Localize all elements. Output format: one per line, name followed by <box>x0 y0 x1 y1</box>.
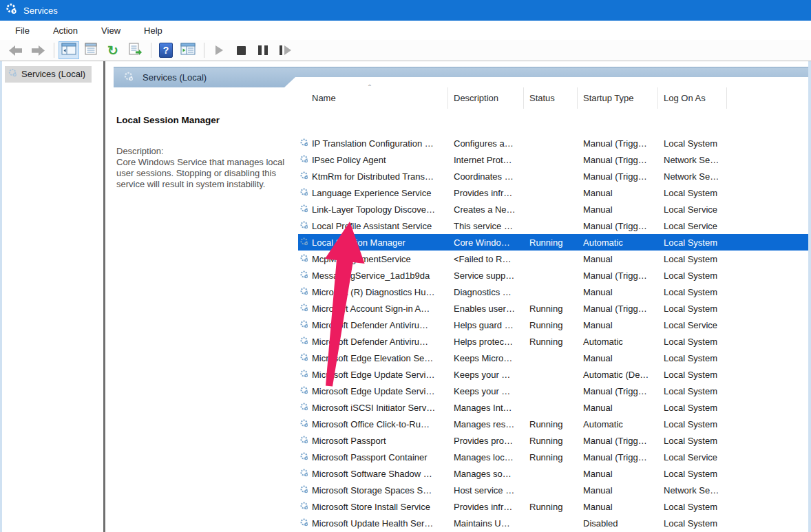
service-row[interactable]: Local Session Manager Core Windo… Runnin… <box>298 234 808 251</box>
service-log-on-as-cell: Local System <box>658 188 727 198</box>
service-row[interactable]: Microsoft Defender Antiviru… Helps guard… <box>298 317 808 333</box>
show-action-pane-button[interactable] <box>178 41 198 59</box>
forward-arrow-icon <box>31 45 45 56</box>
show-console-tree-button[interactable] <box>59 41 79 59</box>
column-header-startup-type[interactable]: Startup Type <box>578 87 658 109</box>
service-name-cell: Microsoft Edge Elevation Se… <box>312 353 433 363</box>
toolbar-separator <box>151 43 151 58</box>
services-gear-icon <box>6 3 18 18</box>
service-gear-icon <box>299 451 309 463</box>
service-status-cell: Running <box>524 237 578 248</box>
service-row[interactable]: Language Experience Service Provides inf… <box>298 184 808 201</box>
refresh-button[interactable]: ↻ <box>103 41 123 59</box>
service-name-cell: Microsoft Software Shadow … <box>312 469 432 479</box>
service-startup-type-cell: Manual <box>578 485 658 496</box>
service-row[interactable]: Microsoft Defender Antiviru… Helps prote… <box>298 333 808 350</box>
service-row[interactable]: Microsoft Store Install Service Provides… <box>298 498 808 515</box>
services-list: IP Translation Configuration … Configure… <box>298 135 808 532</box>
service-row[interactable]: Microsoft (R) Diagnostics Hu… Diagnostic… <box>298 284 808 300</box>
description-text: Core Windows Service that manages local … <box>116 157 284 189</box>
service-row[interactable]: Microsoft Edge Update Servi… Keeps your … <box>298 366 808 383</box>
service-row[interactable]: IPsec Policy Agent Internet Prot… Manual… <box>298 151 808 168</box>
service-row[interactable]: MessagingService_1ad1b9da Service supp… … <box>298 267 808 284</box>
service-gear-icon <box>299 485 309 496</box>
service-log-on-as-cell: Network Se… <box>658 155 727 165</box>
menu-view[interactable]: View <box>94 23 127 39</box>
help-button[interactable]: ? <box>156 41 176 59</box>
service-status-cell: Running <box>524 419 578 429</box>
service-description-cell: Manages Int… <box>448 403 524 413</box>
service-row[interactable]: Local Profile Assistant Service This ser… <box>298 217 808 234</box>
service-log-on-as-cell: Local System <box>658 469 727 479</box>
service-gear-icon <box>299 138 309 149</box>
service-startup-type-cell: Manual (Trigg… <box>578 436 658 446</box>
column-header-name[interactable]: Name <box>298 87 448 109</box>
properties-button[interactable] <box>81 41 101 59</box>
service-row[interactable]: Microsoft Passport Container Manages loc… <box>298 449 808 465</box>
service-row[interactable]: Microsoft Storage Spaces S… Host service… <box>298 482 808 498</box>
service-startup-type-cell: Manual <box>578 254 658 264</box>
service-row[interactable]: Microsoft Edge Elevation Se… Keeps Micro… <box>298 350 808 366</box>
service-status-cell: Running <box>524 452 578 462</box>
service-name-cell: Microsoft Edge Update Servi… <box>312 386 434 396</box>
service-log-on-as-cell: Local System <box>658 370 727 380</box>
services-list-pane: ˆ Name Description Status Startup Type L… <box>298 87 808 532</box>
menu-action[interactable]: Action <box>46 23 85 39</box>
service-row[interactable]: Microsoft Account Sign-in A… Enables use… <box>298 300 808 317</box>
window-title: Services <box>23 6 58 16</box>
stop-service-button[interactable] <box>231 41 251 59</box>
service-log-on-as-cell: Local System <box>658 138 727 149</box>
service-row[interactable]: McpManagementService <Failed to R… Manua… <box>298 251 808 267</box>
list-column-headers: ˆ Name Description Status Startup Type L… <box>298 87 808 109</box>
service-name-cell: Microsoft Office Click-to-Ru… <box>312 419 430 429</box>
sidebar-item-services-local[interactable]: Services (Local) <box>5 66 92 83</box>
service-description-cell: Manages so… <box>448 469 524 479</box>
column-header-status[interactable]: Status <box>524 87 578 109</box>
service-name-cell: IPsec Policy Agent <box>312 155 386 165</box>
column-header-log-on-as[interactable]: Log On As <box>658 87 727 109</box>
service-row[interactable]: Link-Layer Topology Discove… Creates a N… <box>298 201 808 217</box>
service-gear-icon <box>299 385 309 397</box>
service-name-cell: Language Experience Service <box>312 188 431 198</box>
service-startup-type-cell: Manual <box>578 469 658 479</box>
toolbar-separator <box>54 43 54 58</box>
service-startup-type-cell: Manual <box>578 403 658 413</box>
service-name-cell: Link-Layer Topology Discove… <box>312 204 435 215</box>
service-startup-type-cell: Manual (Trigg… <box>578 155 658 165</box>
service-row[interactable]: Microsoft iSCSI Initiator Serv… Manages … <box>298 399 808 416</box>
service-description-cell: Internet Prot… <box>448 155 524 165</box>
service-name-cell: Microsoft Defender Antiviru… <box>312 320 428 330</box>
service-log-on-as-cell: Local System <box>658 287 727 297</box>
service-name-cell: Microsoft Storage Spaces S… <box>312 485 432 496</box>
service-description-cell: Service supp… <box>448 270 524 281</box>
service-log-on-as-cell: Local System <box>658 337 727 347</box>
restart-service-button[interactable] <box>275 41 295 59</box>
service-row[interactable]: Microsoft Edge Update Servi… Keeps your … <box>298 383 808 399</box>
service-name-cell: IP Translation Configuration … <box>312 138 434 149</box>
service-startup-type-cell: Automatic <box>578 337 658 347</box>
back-button[interactable] <box>6 41 26 59</box>
menu-help[interactable]: Help <box>137 23 169 39</box>
service-startup-type-cell: Automatic (De… <box>578 370 658 380</box>
service-gear-icon <box>299 204 309 215</box>
service-row[interactable]: Microsoft Passport Provides pro… Running… <box>298 432 808 449</box>
service-description-cell: Enables user… <box>448 304 524 314</box>
forward-button[interactable] <box>28 41 48 59</box>
export-list-button[interactable] <box>125 41 145 59</box>
start-service-button[interactable] <box>209 41 229 59</box>
service-gear-icon <box>299 418 309 430</box>
service-row[interactable]: Microsoft Update Health Ser… Maintains U… <box>298 515 808 531</box>
pause-service-button[interactable] <box>253 41 273 59</box>
menu-file[interactable]: File <box>8 23 36 39</box>
service-row[interactable]: KtmRm for Distributed Trans… Coordinates… <box>298 168 808 184</box>
service-log-on-as-cell: Network Se… <box>658 485 727 496</box>
service-row[interactable]: Microsoft Software Shadow … Manages so… … <box>298 465 808 482</box>
description-label: Description: <box>116 146 164 156</box>
service-description-cell: Manages res… <box>448 419 524 429</box>
console-body: Services (Local) Services (Local) Local … <box>0 61 811 532</box>
service-name-cell: McpManagementService <box>312 254 411 264</box>
service-row[interactable]: IP Translation Configuration … Configure… <box>298 135 808 151</box>
restart-icon <box>280 45 291 55</box>
service-row[interactable]: Microsoft Office Click-to-Ru… Manages re… <box>298 416 808 432</box>
column-header-description[interactable]: Description <box>448 87 524 109</box>
